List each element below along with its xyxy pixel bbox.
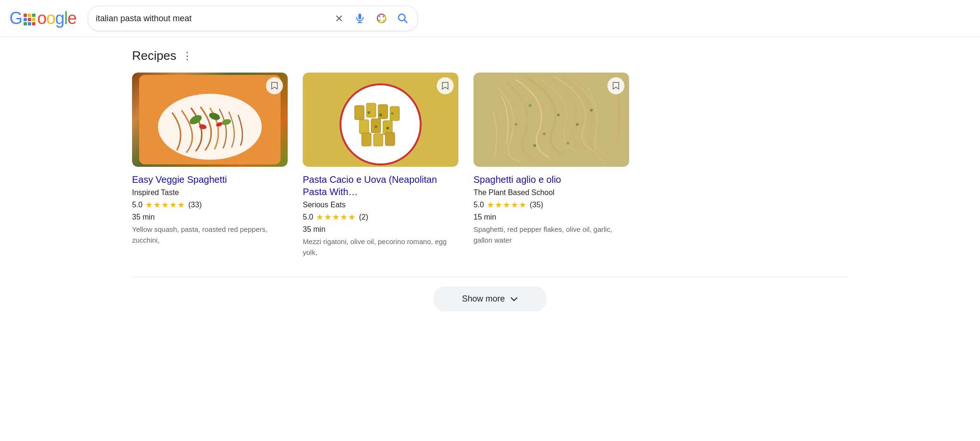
- search-icons: [332, 11, 410, 26]
- recipe-title-1[interactable]: Easy Veggie Spaghetti: [132, 173, 288, 186]
- stars-2: ★★★★★: [316, 212, 356, 222]
- header: G o o g l e italian pasta without meat: [0, 0, 980, 37]
- bookmark-icon-1: [271, 82, 278, 90]
- bookmark-icon-3: [612, 82, 620, 90]
- recipe-title-2[interactable]: Pasta Cacio e Uova (Neapolitan Pasta Wit…: [303, 173, 458, 198]
- recipe-time-1: 35 min: [132, 213, 288, 221]
- recipe-rating-1: 5.0 ★★★★★ (33): [132, 200, 288, 210]
- show-more-wrapper: Show more: [132, 286, 848, 311]
- svg-point-42: [386, 127, 389, 130]
- recipe-time-2: 35 min: [303, 225, 458, 234]
- svg-rect-30: [378, 105, 388, 119]
- recipe-ingredients-1: Yellow squash, pasta, roasted red pepper…: [132, 224, 288, 245]
- svg-point-48: [515, 123, 517, 126]
- recipe-ingredients-2: Mezzi rigatoni, olive oil, pecorino roma…: [303, 237, 458, 258]
- chevron-down-icon: [510, 295, 518, 303]
- recipe-time-3: 15 min: [473, 213, 629, 221]
- svg-point-50: [566, 142, 569, 145]
- svg-rect-28: [355, 106, 364, 120]
- svg-rect-29: [366, 103, 376, 117]
- recipe-card-cacio-uova[interactable]: Pasta Cacio e Uova (Neapolitan Pasta Wit…: [303, 73, 458, 258]
- stars-1: ★★★★★: [145, 200, 185, 210]
- svg-rect-6: [24, 22, 27, 25]
- svg-rect-8: [32, 22, 35, 25]
- search-icon: [398, 13, 408, 24]
- svg-point-15: [379, 19, 381, 21]
- logo-o1: o: [37, 8, 46, 28]
- svg-rect-2: [32, 14, 35, 17]
- search-input[interactable]: italian pasta without meat: [96, 14, 327, 24]
- recipe-image-wrapper-3: [473, 73, 629, 167]
- svg-rect-4: [28, 18, 31, 21]
- svg-rect-36: [374, 134, 383, 146]
- svg-point-41: [374, 125, 377, 128]
- svg-rect-7: [28, 22, 31, 25]
- svg-rect-32: [359, 120, 369, 134]
- recipe-card-veggie-spaghetti[interactable]: Easy Veggie Spaghetti Inspired Taste 5.0…: [132, 73, 288, 258]
- svg-point-13: [379, 16, 381, 17]
- cacio-uova-image: [303, 73, 458, 167]
- search-button[interactable]: [396, 11, 410, 25]
- more-options-button[interactable]: ⋮: [182, 50, 193, 62]
- show-more-divider: [132, 277, 848, 277]
- rating-count-2: (2): [359, 213, 368, 221]
- recipe-card-aglio-olio[interactable]: Spaghetti aglio e olio The Plant Based S…: [473, 73, 629, 258]
- svg-point-14: [382, 16, 384, 17]
- recipes-header: Recipes ⋮: [132, 49, 848, 63]
- main-content: Recipes ⋮: [0, 37, 980, 337]
- clear-icon: [334, 14, 344, 23]
- aglio-olio-image: [473, 73, 629, 167]
- logo-e: e: [67, 8, 76, 28]
- logo-l: l: [64, 8, 67, 28]
- rating-score-3: 5.0: [473, 201, 484, 209]
- svg-rect-37: [385, 132, 395, 146]
- lens-icon: [376, 13, 387, 24]
- recipe-rating-3: 5.0 ★★★★★ (35): [473, 200, 629, 210]
- show-more-label: Show more: [462, 294, 505, 304]
- lens-button[interactable]: [374, 11, 389, 26]
- recipes-grid: Easy Veggie Spaghetti Inspired Taste 5.0…: [132, 73, 848, 258]
- recipe-image-wrapper-1: [132, 73, 288, 167]
- stars-3: ★★★★★: [487, 200, 527, 210]
- svg-rect-35: [362, 133, 371, 146]
- microphone-icon: [354, 13, 365, 24]
- logo-o2: o: [46, 8, 55, 28]
- svg-point-40: [391, 112, 394, 115]
- svg-point-12: [377, 14, 386, 23]
- svg-point-45: [557, 114, 560, 116]
- svg-point-16: [382, 19, 384, 21]
- recipe-source-3: The Plant Based School: [473, 188, 629, 197]
- recipes-title: Recipes: [132, 49, 176, 63]
- show-more-button[interactable]: Show more: [433, 286, 546, 311]
- svg-rect-3: [24, 18, 27, 21]
- bookmark-icon-2: [441, 82, 449, 90]
- search-bar: italian pasta without meat: [88, 6, 418, 31]
- bookmark-button-1[interactable]: [266, 77, 283, 94]
- logo-g: G: [9, 8, 22, 28]
- recipe-rating-2: 5.0 ★★★★★ (2): [303, 212, 458, 222]
- clear-button[interactable]: [332, 12, 346, 25]
- svg-point-38: [367, 111, 370, 114]
- recipe-title-3[interactable]: Spaghetti aglio e olio: [473, 173, 629, 186]
- veggie-spaghetti-image: [139, 75, 281, 164]
- svg-point-49: [590, 109, 593, 112]
- svg-rect-5: [32, 18, 35, 21]
- microphone-button[interactable]: [352, 11, 367, 26]
- svg-point-39: [379, 114, 382, 116]
- svg-point-44: [529, 104, 532, 107]
- bookmark-button-3[interactable]: [607, 77, 624, 94]
- recipe-source-2: Serious Eats: [303, 201, 458, 209]
- svg-rect-0: [24, 14, 27, 17]
- rating-score-1: 5.0: [132, 201, 142, 209]
- rating-score-2: 5.0: [303, 213, 313, 221]
- svg-line-18: [405, 20, 407, 23]
- logo-waffle-icon: [23, 11, 37, 25]
- google-logo[interactable]: G o o g l e: [9, 8, 76, 28]
- bookmark-button-2[interactable]: [437, 77, 454, 94]
- rating-count-3: (35): [530, 201, 543, 209]
- svg-point-46: [543, 132, 546, 135]
- svg-rect-9: [358, 14, 361, 19]
- search-bar-wrapper: italian pasta without meat: [88, 6, 418, 31]
- recipe-source-1: Inspired Taste: [132, 188, 288, 197]
- rating-count-1: (33): [188, 201, 201, 209]
